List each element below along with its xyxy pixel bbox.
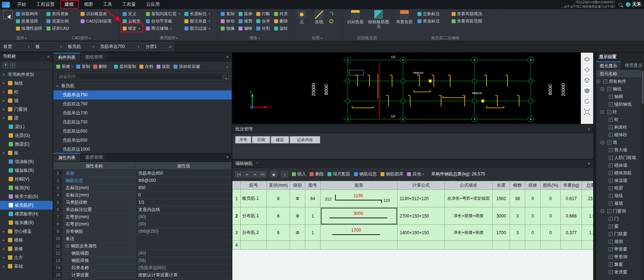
menu-item[interactable]: 开始 xyxy=(12,0,31,9)
auto-align-slab-button[interactable]: 自动平齐板 xyxy=(146,18,180,24)
find-replace-button[interactable]: 查找替换 xyxy=(46,11,69,17)
draw-point-button[interactable]: 点 xyxy=(295,10,308,24)
rebar-info-button[interactable]: 钢筋信息 xyxy=(354,171,377,177)
modify-tool-button[interactable]: 删除 xyxy=(274,18,292,24)
component-item[interactable]: 负筋双边850 xyxy=(53,127,232,136)
rebar-gallery-button[interactable]: 钢筋图库 xyxy=(380,171,403,177)
display-tree-item[interactable]: ✓门 xyxy=(596,215,644,223)
component-item[interactable]: 负筋双边700 xyxy=(53,118,232,127)
property-value[interactable]: (90) xyxy=(135,214,232,220)
last-record-button[interactable]: >| xyxy=(259,171,266,178)
set-scale-button[interactable]: 设置比例 xyxy=(46,18,69,24)
display-tree-item[interactable]: ✓幕墙 xyxy=(596,200,644,207)
tab-element-display[interactable]: 图元显示 xyxy=(596,61,621,69)
tab-component-list[interactable]: 构件列表 xyxy=(53,53,81,61)
element-save-button[interactable]: 图元存盘 xyxy=(184,18,210,24)
property-value[interactable]: 负筋单边850 xyxy=(135,170,232,177)
collapse-icon[interactable] xyxy=(601,110,604,114)
tab-drawing-manage[interactable]: 图纸管理 xyxy=(81,53,108,61)
visibility-checkbox[interactable]: ✓ xyxy=(609,163,613,167)
select-tool-button[interactable] xyxy=(2,10,14,19)
nav-item[interactable]: ▸空心楼盖 xyxy=(0,227,53,236)
view-cube-icon[interactable] xyxy=(583,76,591,85)
display-tree-item[interactable]: ✓柱 xyxy=(596,116,644,123)
menu-item[interactable]: 视图 xyxy=(79,0,98,9)
ribbon-group-label-cad[interactable]: CAD操作 xyxy=(43,35,119,41)
ribbon-group-label-modify[interactable]: 修改 xyxy=(218,35,291,41)
modify-tool-button[interactable]: 分割 xyxy=(256,25,274,32)
nav-item[interactable]: ▸墙 xyxy=(0,96,53,105)
property-value[interactable]: (90) xyxy=(135,221,232,228)
visibility-checkbox[interactable]: ✓ xyxy=(609,102,613,106)
collapse-icon[interactable] xyxy=(601,88,604,91)
modify-tool-button[interactable]: 镜像 xyxy=(221,25,239,32)
add-icon[interactable] xyxy=(3,63,8,68)
visibility-checkbox[interactable]: ✓ xyxy=(607,110,611,114)
modify-tool-button[interactable]: 延伸 xyxy=(239,11,256,17)
modify-tool-button[interactable]: 合并 xyxy=(256,18,274,24)
nav-item[interactable]: 板洞(N) xyxy=(0,183,53,192)
place-negative-rebar-button[interactable]: 布置负筋 xyxy=(395,10,414,24)
search-input[interactable] xyxy=(59,74,223,79)
nav-item[interactable]: ▸门窗洞 xyxy=(0,105,53,114)
cad-identify-options-button[interactable]: CAD识别选项 xyxy=(81,18,111,24)
display-tree-item[interactable]: ✓飘窗 xyxy=(596,261,644,268)
visibility-checkbox[interactable]: ✓ xyxy=(609,133,613,137)
property-value[interactable] xyxy=(135,243,232,249)
display-tree-item[interactable]: ✓墙垛 xyxy=(596,192,644,200)
menu-item[interactable]: 建模 xyxy=(60,0,79,9)
collapse-icon[interactable]: ⌃ xyxy=(256,162,258,166)
export-icon[interactable]: ⇩ xyxy=(281,171,288,178)
display-tree-item[interactable]: ✓门窗洞 xyxy=(596,207,644,215)
visibility-checkbox[interactable]: ✓ xyxy=(609,156,613,160)
display-tree-item[interactable]: ✓带形窗 xyxy=(596,245,644,253)
display-tree-item[interactable]: ✓砌体加筋 xyxy=(596,169,644,177)
prev-record-button[interactable]: < xyxy=(243,171,250,178)
batch-select-button[interactable]: 批量选择 xyxy=(16,18,42,24)
search-icon[interactable] xyxy=(619,3,622,7)
collapse-icon[interactable] xyxy=(597,80,600,83)
visibility-checkbox[interactable]: ✓ xyxy=(609,270,613,274)
scale-rebar-button[interactable]: 缩尺配筋 xyxy=(327,171,350,177)
display-tree-item[interactable]: ✓窗 xyxy=(596,223,644,230)
nav-item[interactable]: ▾梁 xyxy=(0,114,53,122)
collapse-icon[interactable] xyxy=(601,210,604,213)
other-button[interactable]: 其他▾ xyxy=(407,171,424,177)
visibility-checkbox[interactable]: ✓ xyxy=(609,240,613,244)
modify-tool-button[interactable]: 偏移 xyxy=(239,25,256,32)
annotation-column-header[interactable]: 日期 xyxy=(252,136,270,143)
app-icon[interactable] xyxy=(2,2,10,8)
refresh-icon[interactable] xyxy=(583,97,591,106)
component-item[interactable]: 负筋单边700 xyxy=(53,109,232,118)
menu-item[interactable]: 工程量 xyxy=(117,0,141,9)
display-tree-item[interactable]: ✓门联窗 xyxy=(596,230,644,238)
display-tree-item[interactable]: ✓墙 xyxy=(596,139,644,146)
context-combo[interactable]: 首层▾ xyxy=(1,42,32,51)
swap-annotation-button[interactable]: 交换标注 xyxy=(417,11,440,17)
cloud-check-button[interactable]: 云检查 xyxy=(123,18,141,24)
visibility-checkbox[interactable]: ✓ xyxy=(609,125,613,129)
scrollbar[interactable] xyxy=(641,70,644,280)
property-value[interactable]: 850 xyxy=(135,184,232,191)
annotation-column-header[interactable]: 楼层 xyxy=(271,136,289,143)
nav-item[interactable]: 板加腋(B) xyxy=(0,218,53,227)
display-tree-item[interactable]: ✓老虎窗 xyxy=(596,268,644,276)
modify-tool-button[interactable]: 对齐 xyxy=(274,11,292,17)
property-value[interactable]: 0 xyxy=(135,192,232,199)
lock-button[interactable]: 锁定 xyxy=(123,25,141,32)
component-item[interactable]: 负筋双边750 xyxy=(53,100,232,109)
modify-tool-button[interactable]: 复制 xyxy=(221,11,239,17)
component-item[interactable]: 负筋单边750 xyxy=(53,90,232,100)
copy-to-other-floor-button[interactable]: 复制到其它层 xyxy=(146,11,180,17)
view-rebar-layout-button[interactable]: 查看布筋情况 xyxy=(452,11,482,17)
close-icon[interactable]: × xyxy=(223,54,229,60)
visibility-checkbox[interactable]: ✓ xyxy=(609,118,613,122)
rebar-row[interactable]: 3分布筋.26Φ117001400+150+150净长+搭接+搭接1700300… xyxy=(233,225,594,241)
draw-arc-button[interactable] xyxy=(329,11,333,17)
delete-component-button[interactable]: 删除 xyxy=(93,64,107,69)
collapse-icon[interactable] xyxy=(66,244,69,248)
visibility-checkbox[interactable]: ✓ xyxy=(609,263,613,267)
display-tree-item[interactable]: ✓暗梁 xyxy=(596,184,644,192)
context-combo[interactable]: 板▾ xyxy=(33,42,64,51)
pick-component-button[interactable]: 拾取构件 xyxy=(16,11,42,17)
